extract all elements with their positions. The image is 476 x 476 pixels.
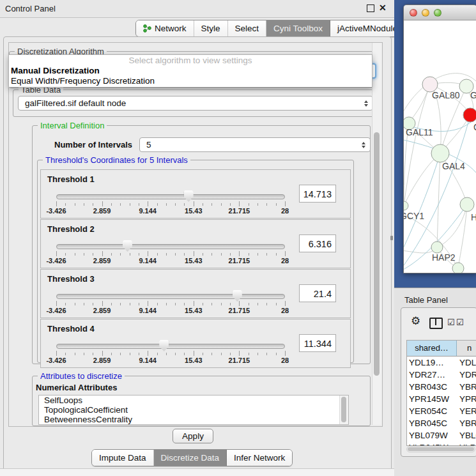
list-item[interactable]: TopologicalCoefficient: [39, 405, 348, 415]
table-horizontal-scrollbar[interactable]: [406, 446, 475, 452]
table-panel-box: ⚙ ☑ ☑ shared… n YDL19…YDL1YDR27…YDR2YBR0…: [401, 307, 476, 457]
threshold-value-field[interactable]: 11.344: [299, 334, 336, 352]
tab-infer-network[interactable]: Infer Network: [227, 450, 292, 466]
dropdown-option-manual[interactable]: Manual Discretization: [9, 66, 372, 76]
checkbox-icon[interactable]: ☑: [456, 318, 464, 326]
threshold-slider[interactable]: [56, 243, 285, 250]
slider-handle[interactable]: [123, 240, 132, 252]
slider-ticks: [56, 301, 285, 307]
table-hscrollbar-thumb[interactable]: [408, 447, 474, 451]
cell-name: YER0: [457, 405, 476, 417]
cell-name: YBR0: [457, 381, 476, 393]
number-of-intervals-value: 5: [146, 140, 151, 150]
number-of-intervals-combobox[interactable]: 5: [139, 137, 371, 152]
network-node-label: H: [471, 212, 476, 222]
traffic-light-close[interactable]: [410, 9, 417, 17]
cell-name: YPR1: [457, 393, 476, 405]
slider-track[interactable]: [56, 344, 285, 349]
dropdown-option-equal-width[interactable]: Equal Width/Frequency Discretization: [9, 76, 372, 86]
threshold-value-field[interactable]: 14.713: [299, 185, 336, 203]
network-node[interactable]: [431, 144, 449, 162]
table-row[interactable]: YPR145WYPR1: [407, 393, 476, 405]
tab-network[interactable]: Network: [136, 20, 194, 36]
threshold-slider[interactable]: [56, 293, 285, 300]
slider-ticks: [56, 251, 285, 257]
node-table: shared… n YDL19…YDL1YDR27…YDR2YBR043CYBR…: [406, 340, 476, 446]
column-header-name[interactable]: n: [457, 341, 476, 356]
list-item[interactable]: BetweennessCentrality: [39, 415, 348, 424]
interval-definition-title: Interval Definition: [38, 121, 107, 130]
settings-scrollbar[interactable]: [372, 43, 381, 425]
tab-discretize-data[interactable]: Discretize Data: [154, 450, 227, 466]
numerical-attributes-list: SelfLoopsTopologicalCoefficientBetweenne…: [38, 395, 349, 425]
network-window-titlebar[interactable]: [404, 5, 476, 20]
network-node-label: GAL11: [406, 127, 433, 137]
tab-cyni-toolbox[interactable]: Cyni Toolbox: [266, 20, 330, 36]
threshold-slider[interactable]: [56, 194, 285, 200]
network-canvas[interactable]: GAL80GACGAL11GAL4GCY1HHAP2: [404, 20, 476, 273]
panel-resize-handle[interactable]: [390, 236, 393, 240]
table-row[interactable]: YBL079WYBL0: [407, 429, 476, 441]
cell-shared-name: YPR145W: [407, 393, 457, 405]
traffic-light-minimize[interactable]: [422, 9, 429, 17]
attributes-scrollbar-thumb[interactable]: [341, 397, 346, 422]
cell-name: YBR0: [457, 417, 476, 429]
table-data-combobox[interactable]: galFiltered.sif default node: [18, 96, 373, 111]
threshold-panel: Threshold 2-3.4262.8599.14415.4321.71528…: [40, 219, 351, 268]
network-node[interactable]: [431, 242, 443, 253]
tab-style[interactable]: Style: [194, 20, 228, 36]
network-node[interactable]: [452, 263, 464, 273]
traffic-light-zoom[interactable]: [434, 9, 441, 17]
network-node[interactable]: [460, 197, 474, 211]
table-row[interactable]: YER054CYER0: [407, 405, 476, 417]
table-row[interactable]: YBR045CYBR0: [407, 417, 476, 429]
gear-icon[interactable]: ⚙: [411, 316, 420, 326]
cell-name: YDR2: [457, 369, 476, 381]
cell-shared-name: YDL19…: [407, 357, 457, 369]
threshold-label: Threshold 2: [47, 224, 95, 234]
network-node[interactable]: [463, 108, 476, 122]
slider-track[interactable]: [56, 294, 285, 299]
table-row[interactable]: YDR27…YDR2: [407, 369, 476, 381]
checkbox-icon[interactable]: ☑: [447, 318, 455, 326]
network-view-window: GAL80GACGAL11GAL4GCY1HHAP2: [403, 4, 476, 273]
threshold-value-field[interactable]: 21.4: [299, 284, 336, 302]
float-panel-icon[interactable]: [367, 4, 374, 12]
split-columns-icon[interactable]: [429, 318, 443, 329]
table-row[interactable]: YBR043CYBR0: [407, 381, 476, 393]
threshold-list: Threshold 1-3.4262.8599.14415.4321.71528…: [40, 169, 351, 369]
network-icon: [143, 24, 151, 33]
table-panel-title: Table Panel: [404, 295, 448, 305]
list-item[interactable]: SelfLoops: [39, 395, 348, 405]
tab-network-label: Network: [155, 20, 187, 36]
slider-tick-labels: -3.4262.8599.14415.4321.71528: [56, 307, 285, 315]
attributes-scrollbar[interactable]: [339, 395, 348, 424]
thresholds-group-title: Threshold's Coordinates for 5 Intervals: [43, 155, 190, 165]
cell-shared-name: YLR345W: [407, 441, 457, 445]
control-panel-title: Control Panel: [5, 4, 56, 13]
attributes-group-title: Attributes to discretize: [38, 371, 125, 381]
table-row[interactable]: YLR345WYLR3: [407, 441, 476, 445]
slider-track[interactable]: [56, 194, 285, 199]
slider-handle[interactable]: [184, 190, 194, 202]
tab-impute-data[interactable]: Impute Data: [92, 450, 154, 466]
apply-button[interactable]: Apply: [173, 429, 213, 443]
tab-select[interactable]: Select: [228, 20, 267, 36]
threshold-label: Threshold 1: [47, 174, 95, 184]
slider-handle[interactable]: [159, 340, 169, 351]
cell-shared-name: YBR045C: [407, 417, 457, 429]
close-panel-icon[interactable]: ✕: [379, 3, 387, 13]
network-node-label: HAP2: [432, 252, 456, 263]
settings-scrollbar-thumb[interactable]: [374, 132, 380, 376]
threshold-slider[interactable]: [56, 343, 285, 349]
table-row[interactable]: YDL19…YDL1: [407, 357, 476, 369]
table-panel-section: Table Panel ⚙ ☑ ☑ shared… n YDL19…YDL1YD…: [394, 288, 476, 476]
cell-shared-name: YBR043C: [407, 381, 457, 393]
network-node[interactable]: [404, 201, 408, 210]
slider-handle[interactable]: [233, 290, 242, 302]
threshold-value-field[interactable]: 6.316: [299, 234, 336, 252]
table-header: shared… n: [407, 341, 476, 357]
slider-track[interactable]: [56, 244, 285, 249]
cell-shared-name: YER054C: [407, 405, 457, 417]
column-header-shared-name[interactable]: shared…: [407, 341, 457, 356]
